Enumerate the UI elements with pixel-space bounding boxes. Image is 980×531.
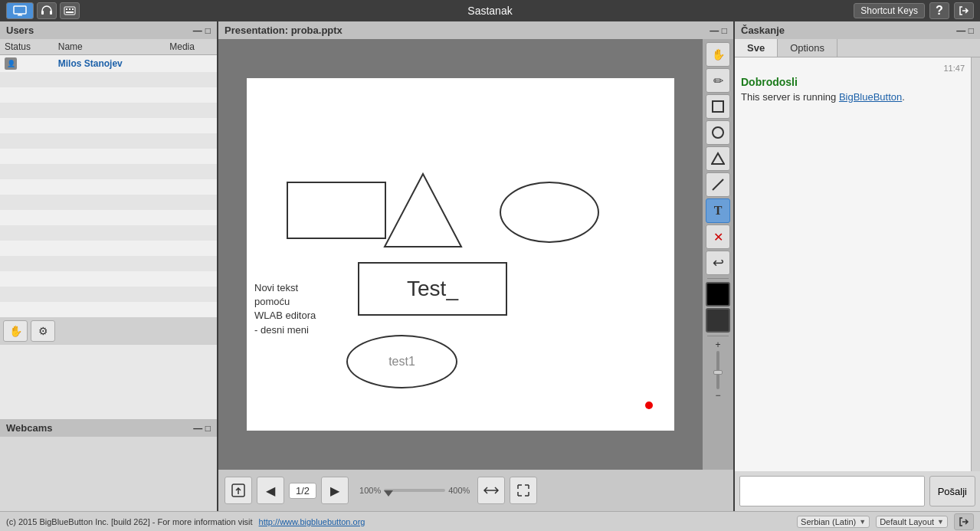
svg-line-14 bbox=[713, 179, 723, 190]
statusbar: (c) 2015 BigBlueButton Inc. [build 262] … bbox=[0, 511, 980, 531]
raise-hand-button[interactable]: ✋ bbox=[3, 320, 28, 342]
zoom-max-label: 400% bbox=[448, 486, 470, 495]
zoom-slider-track[interactable] bbox=[716, 351, 719, 389]
circle-tool-button[interactable] bbox=[706, 120, 730, 145]
rect-select-tool-button[interactable] bbox=[706, 94, 730, 119]
slide-canvas[interactable]: Test_ test1 Novi tekstpomoćuWLAB editora… bbox=[218, 39, 703, 470]
page-info: 1/2 bbox=[289, 483, 316, 499]
drawing-toolbar: ✋ ✏ T ✕ ↩ bbox=[703, 39, 733, 470]
keyboard-icon[interactable] bbox=[60, 2, 80, 19]
shape-ellipse-test1: test1 bbox=[346, 335, 457, 388]
triangle-tool-button[interactable] bbox=[706, 146, 730, 171]
upload-presentation-button[interactable] bbox=[225, 477, 252, 504]
chat-tabs: Sve Options bbox=[735, 39, 980, 57]
table-row bbox=[0, 179, 217, 195]
chat-input-field[interactable] bbox=[739, 476, 925, 506]
table-row bbox=[0, 271, 217, 287]
layout-selector[interactable]: Default Layout ▼ bbox=[876, 516, 948, 528]
chat-title: Časkanje bbox=[741, 25, 785, 36]
svg-rect-6 bbox=[66, 8, 67, 10]
chat-expand-btn[interactable]: □ bbox=[969, 25, 974, 36]
fit-width-button[interactable] bbox=[477, 477, 505, 504]
logout-icon[interactable] bbox=[954, 2, 974, 19]
svg-rect-3 bbox=[41, 11, 44, 15]
shape-rectangle bbox=[287, 182, 386, 239]
table-row bbox=[0, 149, 217, 164]
next-slide-button[interactable]: ▶ bbox=[321, 477, 349, 504]
svg-rect-7 bbox=[69, 8, 70, 10]
svg-rect-0 bbox=[14, 6, 26, 14]
color-black-button[interactable] bbox=[706, 282, 730, 306]
zoom-minus-icon[interactable]: − bbox=[715, 390, 720, 401]
table-row[interactable]: 👤 Milos Stanojev bbox=[0, 55, 217, 73]
chat-timestamp: 11:47 bbox=[741, 64, 965, 73]
chat-message: This server is running BigBlueButton. bbox=[741, 91, 965, 103]
user-media bbox=[165, 55, 217, 73]
slide-inner: Test_ test1 Novi tekstpomoćuWLAB editora… bbox=[247, 78, 674, 431]
chat-right: 11:47 Dobrodosli This server is running … bbox=[735, 57, 980, 471]
help-icon[interactable]: ? bbox=[929, 2, 949, 19]
table-row bbox=[0, 133, 217, 149]
users-expand-btn[interactable]: □ bbox=[205, 25, 211, 36]
statusbar-right: Serbian (Latin) ▼ Default Layout ▼ bbox=[797, 513, 974, 530]
titlebar-right: Shortcut Keys ? bbox=[854, 2, 974, 19]
hand-tool-button[interactable]: ✋ bbox=[706, 42, 730, 67]
bbb-link[interactable]: http://www.bigbluebutton.org bbox=[259, 517, 365, 526]
logout-statusbar-icon[interactable] bbox=[954, 513, 974, 530]
presentation-footer: ◀ 1/2 ▶ 100% 400% bbox=[218, 470, 733, 511]
table-row bbox=[0, 256, 217, 271]
zoom-area: 100% 400% bbox=[359, 486, 470, 495]
users-header-controls: — □ bbox=[193, 25, 211, 36]
line-tool-button[interactable] bbox=[706, 172, 730, 197]
monitor-icon[interactable] bbox=[6, 2, 34, 19]
chat-message-text: This server is running bbox=[741, 91, 839, 103]
center-panel: Presentation: proba.pptx — □ bbox=[218, 21, 733, 511]
color-dark-button[interactable] bbox=[706, 308, 730, 333]
shape-ellipse-top bbox=[500, 182, 599, 243]
chat-minimize-btn[interactable]: — bbox=[956, 25, 965, 36]
chat-header: Časkanje — □ bbox=[735, 21, 980, 39]
presentation-minimize-btn[interactable]: — bbox=[710, 25, 719, 36]
users-table: Status Name Media 👤 Milos Stanojev bbox=[0, 39, 217, 317]
zoom-slider[interactable] bbox=[384, 489, 445, 492]
tab-sve[interactable]: Sve bbox=[735, 39, 778, 57]
zoom-slider-area: + − bbox=[715, 339, 720, 401]
chat-input-area: Pošalji bbox=[735, 471, 980, 511]
zoom-slider-indicator bbox=[384, 490, 393, 497]
tab-options[interactable]: Options bbox=[778, 39, 837, 57]
svg-rect-11 bbox=[713, 101, 723, 112]
table-row bbox=[0, 87, 217, 103]
send-message-button[interactable]: Pošalji bbox=[929, 476, 975, 506]
svg-marker-10 bbox=[385, 174, 461, 247]
main-content: Users — □ Status Name Media bbox=[0, 21, 980, 511]
user-name: Milos Stanojev bbox=[54, 55, 166, 73]
chat-scrollbar[interactable] bbox=[971, 57, 980, 471]
app-title: Sastanak bbox=[467, 5, 512, 17]
zoom-slider-thumb[interactable] bbox=[713, 370, 723, 375]
zoom-plus-icon[interactable]: + bbox=[715, 339, 720, 350]
users-title: Users bbox=[6, 25, 34, 36]
pencil-tool-button[interactable]: ✏ bbox=[706, 68, 730, 93]
presentation-expand-btn[interactable]: □ bbox=[722, 25, 727, 36]
language-selector[interactable]: Serbian (Latin) ▼ bbox=[797, 516, 870, 528]
copyright-text: (c) 2015 BigBlueButton Inc. [build 262] … bbox=[6, 517, 253, 526]
layout-label: Default Layout bbox=[880, 517, 934, 526]
fullscreen-button[interactable] bbox=[510, 477, 537, 504]
shape-textbox-test: Test_ bbox=[358, 262, 507, 316]
settings-button[interactable]: ⚙ bbox=[31, 320, 55, 342]
users-minimize-btn[interactable]: — bbox=[193, 25, 202, 36]
table-row bbox=[0, 118, 217, 133]
chat-message-link[interactable]: BigBlueButton bbox=[839, 91, 902, 103]
user-status: 👤 bbox=[0, 55, 54, 73]
headset-icon[interactable] bbox=[37, 2, 57, 19]
undo-tool-button[interactable]: ↩ bbox=[706, 251, 730, 275]
text-tool-button[interactable]: T bbox=[706, 198, 730, 223]
titlebar: Sastanak Shortcut Keys ? bbox=[0, 0, 980, 21]
prev-slide-button[interactable]: ◀ bbox=[257, 477, 284, 504]
webcams-minimize-btn[interactable]: — bbox=[193, 423, 202, 434]
col-name: Name bbox=[54, 39, 166, 55]
webcams-expand-btn[interactable]: □ bbox=[205, 423, 211, 434]
shortcut-keys-button[interactable]: Shortcut Keys bbox=[854, 3, 925, 18]
eraser-tool-button[interactable]: ✕ bbox=[706, 225, 730, 249]
users-body: 👤 Milos Stanojev bbox=[0, 55, 217, 318]
